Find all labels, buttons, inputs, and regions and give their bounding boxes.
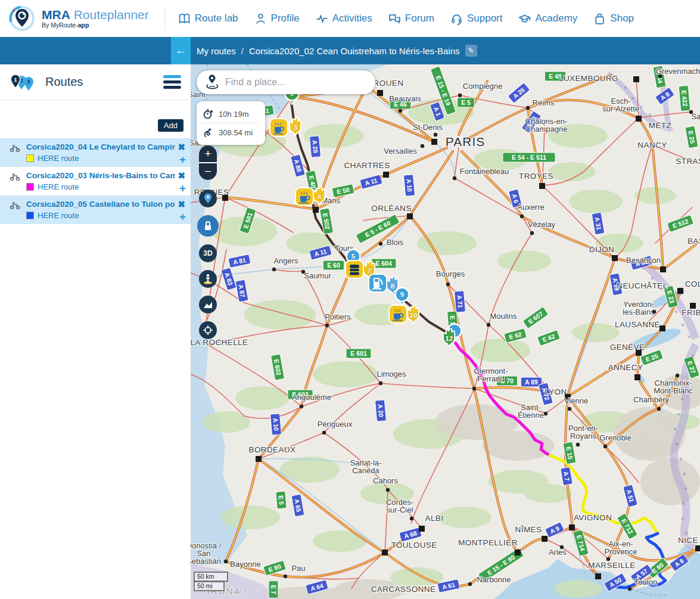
nav-route-lab[interactable]: Route lab <box>178 13 238 25</box>
nav-shop[interactable]: Shop <box>593 13 634 25</box>
svg-text:Angers: Angers <box>273 256 298 265</box>
svg-text:Cahors: Cahors <box>373 476 398 485</box>
fuel-poi-marker[interactable] <box>369 274 387 292</box>
svg-text:BAS: BAS <box>687 237 700 246</box>
add-route-to-map-icon[interactable]: + <box>179 182 186 195</box>
elevation-chart-button[interactable] <box>199 296 217 314</box>
nav-profile[interactable]: Profile <box>254 13 300 25</box>
add-route-to-map-icon[interactable]: + <box>179 210 186 224</box>
road-sign: E 60 <box>323 260 344 270</box>
map-search <box>197 70 375 94</box>
city-label: Yverdon-les-Bains <box>623 300 656 316</box>
nav-academy[interactable]: Academy <box>518 13 577 25</box>
remove-route-icon[interactable]: ✖ <box>178 170 185 181</box>
route-subtitle: HERE route <box>38 154 79 163</box>
duration-icon <box>203 108 214 120</box>
svg-text:CARCASSONNE: CARCASSONNE <box>371 585 436 594</box>
search-input[interactable] <box>225 77 362 88</box>
svg-text:Vienne: Vienne <box>564 396 588 405</box>
header-divider <box>164 7 165 30</box>
svg-text:MARSEILLE: MARSEILLE <box>588 561 635 570</box>
tooltip-divider <box>203 123 259 123</box>
coffee-poi-marker[interactable] <box>295 188 313 206</box>
svg-text:3: 3 <box>294 124 297 131</box>
brand-subtitle: By MyRoute-app <box>42 21 149 29</box>
street-view-button[interactable] <box>199 270 217 288</box>
route-title: Corsica2020_04 Le Cheylard to Camping ..… <box>26 142 175 151</box>
coffee-poi-marker[interactable] <box>389 305 407 323</box>
route-list-item[interactable]: Corsica2020_03 Néris-les-Bains to Campi.… <box>0 167 191 195</box>
remove-route-icon[interactable]: ✖ <box>178 199 185 210</box>
svg-text:ORLÉANS: ORLÉANS <box>371 204 411 213</box>
zoom-in-button[interactable]: + <box>199 145 217 163</box>
svg-text:Blois: Blois <box>387 238 404 247</box>
back-button[interactable]: ← <box>171 37 191 64</box>
3d-view-button[interactable]: 3D <box>199 244 217 262</box>
route-list-item[interactable]: Corsica2020_04 Le Cheylard to Camping ..… <box>0 138 191 167</box>
svg-text:Provence: Provence <box>605 547 637 556</box>
area-chart-icon <box>203 299 213 310</box>
svg-text:les-Bains: les-Bains <box>623 308 655 316</box>
svg-text:NÎMES: NÎMES <box>515 525 542 534</box>
road-sign: E 422 <box>679 85 690 111</box>
sidebar-menu-button[interactable] <box>163 75 181 89</box>
headset-icon <box>450 13 463 25</box>
graduation-cap-icon <box>518 13 531 25</box>
svg-text:9: 9 <box>400 291 404 298</box>
nav-label: Profile <box>271 13 300 24</box>
svg-text:AVIGNON: AVIGNON <box>574 513 612 522</box>
city-label: CARCASSONNE <box>371 585 436 594</box>
city-label: COLM <box>685 280 700 288</box>
svg-text:ROUEN: ROUEN <box>374 79 404 88</box>
main-nav: Route lab Profile Activities Forum Suppo… <box>178 13 634 25</box>
nav-forum[interactable]: Forum <box>388 13 434 25</box>
edit-route-name-button[interactable]: ✎ <box>465 45 477 57</box>
svg-text:Grenoble: Grenoble <box>599 433 631 442</box>
border-cross-mark: × <box>639 104 642 110</box>
motorcycle-icon <box>10 144 20 152</box>
svg-text:Bayonne: Bayonne <box>230 560 260 569</box>
nav-label: Support <box>467 13 503 24</box>
burger-poi-marker[interactable] <box>346 260 363 278</box>
mra-logo-icon: + <box>8 5 36 32</box>
border-cross-mark: × <box>631 95 634 101</box>
route-pins-icon: 2 3 1 <box>10 73 37 92</box>
svg-text:Compiègne: Compiègne <box>463 82 503 91</box>
route-title: Corsica2020_05 Castellane to Tulon port <box>26 200 175 209</box>
city-label: STRASBO <box>676 157 700 166</box>
add-waypoint-button[interactable] <box>199 190 217 207</box>
map-canvas[interactable]: ××××××××××××××××××××××××× E 46E 5E 401A … <box>191 64 700 599</box>
locate-me-button[interactable] <box>199 321 217 339</box>
city-label: Sarlat-la-Canéda <box>350 458 382 475</box>
svg-text:Besançon: Besançon <box>626 256 661 265</box>
svg-text:E 60: E 60 <box>327 262 340 269</box>
nav-support[interactable]: Support <box>450 13 503 25</box>
svg-text:E 5: E 5 <box>461 99 471 106</box>
svg-text:10: 10 <box>410 312 418 319</box>
add-route-button[interactable]: Add <box>158 119 183 132</box>
add-route-to-map-icon[interactable]: + <box>179 153 186 166</box>
svg-text:Pau: Pau <box>291 564 305 573</box>
remove-route-icon[interactable]: ✖ <box>178 142 185 153</box>
app-logo[interactable]: + MRA Routeplanner By MyRoute-app <box>8 5 149 32</box>
border-cross-mark: × <box>681 322 684 328</box>
svg-text:E 54 - E 511: E 54 - E 511 <box>512 154 546 161</box>
border-cross-mark: × <box>675 441 678 447</box>
svg-text:Étienne: Étienne <box>518 411 544 420</box>
nav-activities[interactable]: Activities <box>316 13 372 25</box>
svg-text:A 71: A 71 <box>456 295 464 309</box>
route-color-chip <box>26 183 34 191</box>
border-cross-mark: × <box>648 112 651 118</box>
svg-text:A 10: A 10 <box>272 418 280 432</box>
route-list-item[interactable]: Corsica2020_05 Castellane to Tulon port … <box>0 195 191 224</box>
route-color-chip <box>26 154 34 162</box>
svg-text:Toulon: Toulon <box>634 578 657 586</box>
svg-text:E 604: E 604 <box>375 260 392 267</box>
svg-text:MONTPELLIER: MONTPELLIER <box>458 538 518 547</box>
svg-text:LYON: LYON <box>545 387 567 396</box>
coffee-poi-marker[interactable] <box>270 119 288 136</box>
lock-map-button[interactable] <box>197 215 219 237</box>
zoom-out-button[interactable]: − <box>199 163 217 180</box>
breadcrumb-parent[interactable]: My routes <box>197 46 236 56</box>
shopping-bag-icon <box>593 13 606 25</box>
